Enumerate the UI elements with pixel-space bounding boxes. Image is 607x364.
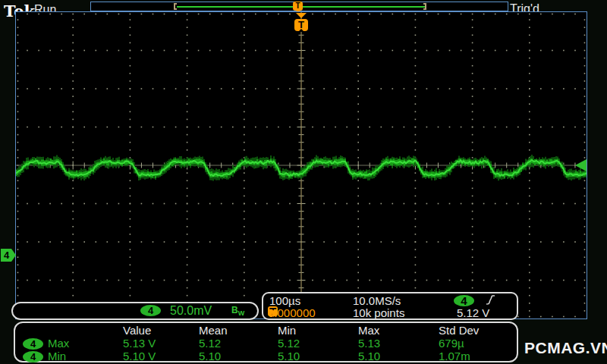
sample-rate: 10.0MS/s: [353, 294, 401, 307]
meas-cell: 1.07m: [439, 350, 517, 362]
meas-cell: 5.10: [278, 350, 358, 362]
meas-row-label: 4Min: [23, 350, 123, 362]
record-window-right-bracket: [423, 3, 426, 10]
record-view-bar[interactable]: T: [90, 2, 508, 11]
channel4-ground-marker[interactable]: 4: [1, 249, 16, 262]
meas-cell: 5.12: [278, 337, 358, 350]
oscilloscope-screen: Tek Run Trig'd T T 4 4 50.0mV BW 100µs 1…: [0, 0, 607, 364]
channel4-scale: 50.0mV: [170, 304, 212, 318]
measurement-table[interactable]: Value Mean Min Max Std Dev 4Max 5.13 V 5…: [14, 322, 518, 362]
graticule-area: [15, 11, 587, 319]
meas-header-stddev: Std Dev: [439, 324, 517, 337]
meas-cell: 5.12: [199, 337, 278, 350]
meas-cell: 5.10: [358, 350, 439, 362]
record-window-left-bracket: [174, 3, 177, 10]
meas-cell: 679µ: [439, 337, 517, 350]
meas-header-min: Min: [278, 324, 358, 337]
waveform-display: [16, 12, 587, 318]
trigger-position-flag-icon: T: [294, 19, 308, 31]
channel4-badge: 4: [23, 338, 43, 350]
horizontal-trigger-readout-box[interactable]: 100µs 10.0MS/s 4 T→▼0.000000 s 10k point…: [262, 292, 518, 320]
trigger-source-badge: 4: [454, 295, 474, 306]
channel4-badge: 4: [140, 305, 161, 316]
meas-cell: 5.10: [199, 350, 278, 362]
meas-row-label: 4Max: [23, 337, 123, 350]
meas-cell: 5.13 V: [123, 337, 199, 350]
trigger-position-arrow-icon: [296, 13, 307, 18]
meas-cell: 5.13: [358, 337, 439, 350]
record-length: 10k points: [353, 306, 404, 319]
channel4-badge: 4: [23, 351, 43, 362]
channel4-readout-box[interactable]: 4 50.0mV BW: [11, 302, 259, 320]
trigger-position-marker[interactable]: T: [295, 13, 307, 31]
meas-cell: 5.10 V: [123, 350, 199, 362]
meas-header-mean: Mean: [199, 324, 278, 337]
watermark: PCMAG.VN: [524, 339, 607, 357]
trigger-level-value: 5.12 V: [457, 306, 489, 319]
bandwidth-limit-icon: BW: [231, 305, 244, 317]
record-trigger-position-icon[interactable]: T: [293, 2, 303, 11]
meas-header-blank: [23, 324, 123, 337]
meas-header-max: Max: [358, 324, 439, 337]
meas-header-value: Value: [123, 324, 199, 337]
